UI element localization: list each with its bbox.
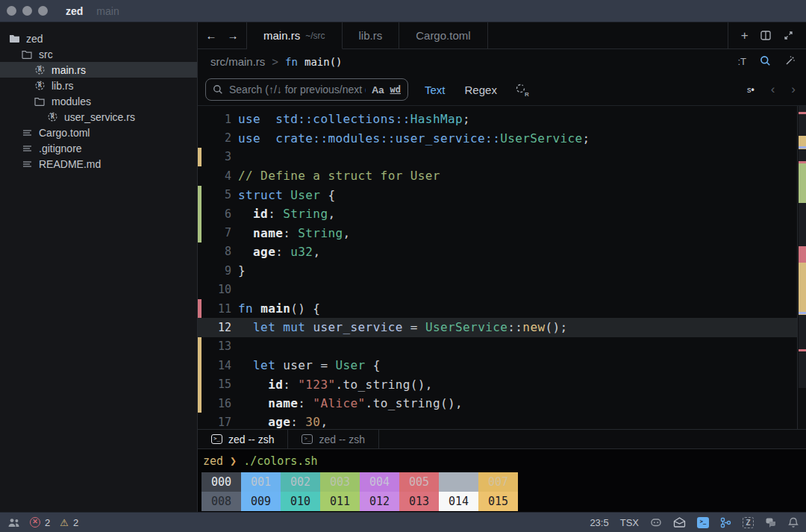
notifications-bell-icon[interactable] [788,517,799,528]
palette-cell: 001 [241,472,281,492]
previous-match-icon[interactable]: ‹ [771,82,775,97]
language-selector[interactable]: TSX [620,517,639,528]
search-input[interactable] [229,84,366,96]
scrollbar-diff-mark [799,246,806,263]
code-line[interactable]: 10 [198,281,797,299]
breadcrumb-path[interactable]: src/main.rs [210,55,265,68]
tab-strip: main.rs~/srclib.rsCargo.toml [247,22,488,48]
buffer-search-icon[interactable] [760,55,771,69]
close-window-icon[interactable] [7,6,16,16]
minimize-window-icon[interactable] [22,6,32,16]
file-tree-item[interactable]: Ruser_service.rs [0,109,197,125]
whole-word-toggle[interactable]: wd [390,84,401,95]
next-match-icon[interactable]: › [791,82,796,97]
code-line[interactable]: 17 age: 30, [198,413,797,429]
editor-tab-bar: ← → main.rs~/srclib.rsCargo.toml + [198,22,806,49]
feedback-envelope-icon[interactable] [673,517,686,528]
scrollbar-diff-mark [799,312,806,314]
code-line[interactable]: 8 age: u32, [198,242,797,261]
line-number: 16 [202,397,231,410]
file-tree-item[interactable]: Rmain.rs [0,62,197,78]
breadcrumb-symbol-name[interactable]: main() [304,56,343,68]
line-number: 7 [202,226,231,240]
list-file-icon [19,129,34,137]
cursor-position[interactable]: 23:5 [590,517,608,528]
error-count[interactable]: ✕ 2 [30,517,50,528]
code-line[interactable]: 16 name: "Alice".to_string(), [198,394,797,413]
nav-back-icon[interactable]: ← [206,29,217,42]
git-branch-label[interactable]: main [96,5,119,17]
window-controls [0,6,55,16]
file-tree-item[interactable]: .gitignore [0,140,197,156]
code-line[interactable]: 11fn main() { [198,299,797,318]
project-panel-toggle-icon[interactable] [720,517,731,528]
file-tree-item[interactable]: README.md [0,156,197,172]
search-bar: Aa wd Text Regex R s• ‹ › [198,74,806,106]
palette-row: 008009010011012013014015 [202,492,806,511]
code-line[interactable]: 14 let user = User { [198,356,797,375]
copilot-icon[interactable] [650,517,662,528]
expand-pane-icon[interactable] [784,31,793,40]
terminal-tab-label: zed -- zsh [319,434,364,445]
search-mode-regex[interactable]: Regex [465,84,497,96]
code-line[interactable]: 2use crate::modules::user_service::UserS… [198,128,797,147]
code-text: struct User { [238,188,335,202]
line-number: 2 [202,131,231,145]
code-line[interactable]: 7 name: String, [198,223,797,242]
syntax-tree-button[interactable]: :T [737,56,746,67]
chat-panel-icon[interactable] [765,517,777,528]
warning-count[interactable]: ⚠ 2 [60,517,78,528]
code-line[interactable]: 15 id: "123".to_string(), [198,375,797,393]
code-editor[interactable]: 1use std::collections::HashMap;2use crat… [198,106,806,429]
editor-tab[interactable]: main.rs~/src [247,22,343,49]
breadcrumb-symbol-keyword[interactable]: fn [285,56,298,68]
breadcrumb-separator: > [272,55,278,68]
nav-forward-icon[interactable]: → [228,29,239,42]
maximize-window-icon[interactable] [38,6,48,16]
error-count-value: 2 [45,517,50,528]
new-tab-button[interactable]: + [741,28,749,43]
file-tree-item[interactable]: src [0,46,197,62]
terminal-panel[interactable]: zed ❯ ./colors.sh 0000010020030040050070… [198,449,806,512]
collab-people-icon[interactable] [7,518,20,528]
code-text: age: 30, [238,415,328,429]
terminal-tab[interactable]: >_zed -- zsh [198,430,288,448]
inline-assist-wand-icon[interactable] [784,55,796,69]
rerun-search-icon[interactable]: R [515,83,526,96]
terminal-panel-toggle-icon[interactable]: >_ [697,517,709,528]
file-tree-item[interactable]: modules [0,93,197,109]
split-pane-icon[interactable] [760,31,771,40]
code-line[interactable]: 12 let mut user_service = UserService::n… [198,318,797,337]
rust-file-icon: R [32,80,47,91]
editor-scrollbar[interactable] [797,106,806,429]
code-line[interactable]: 5struct User { [198,186,797,204]
code-line[interactable]: 3 [198,148,797,166]
code-line[interactable]: 13 [198,337,797,356]
file-tree-item[interactable]: zed [0,31,197,46]
terminal-tab[interactable]: >_zed -- zsh [288,430,378,448]
tab-bar-spacer [488,22,728,48]
palette-cell: 015 [478,492,518,511]
tab-label: Cargo.toml [416,29,470,42]
search-mode-text[interactable]: Text [425,84,446,96]
warning-icon: ⚠ [60,517,69,528]
code-text: use std::collections::HashMap; [238,112,470,126]
svg-text:R: R [51,113,54,120]
code-line[interactable]: 6 id: String, [198,204,797,223]
file-tree-item-label: .gitignore [39,143,82,154]
file-tree-item[interactable]: Cargo.toml [0,125,197,140]
editor-tab[interactable]: Cargo.toml [399,22,487,48]
selection-search-icon[interactable]: s• [747,84,755,95]
editor-tab[interactable]: lib.rs [343,22,400,48]
line-number: 15 [202,378,231,391]
zed-predict-icon[interactable]: Z [743,517,754,528]
code-line[interactable]: 9} [198,261,797,280]
line-number: 11 [202,302,231,316]
code-line[interactable]: 4// Define a struct for User [198,166,797,185]
scrollbar-diff-mark [799,263,806,315]
search-box[interactable]: Aa wd [205,78,408,101]
scrollbar-diff-mark [799,112,806,114]
code-line[interactable]: 1use std::collections::HashMap; [198,110,797,128]
case-sensitive-toggle[interactable]: Aa [372,84,384,96]
file-tree-item[interactable]: Rlib.rs [0,78,197,93]
